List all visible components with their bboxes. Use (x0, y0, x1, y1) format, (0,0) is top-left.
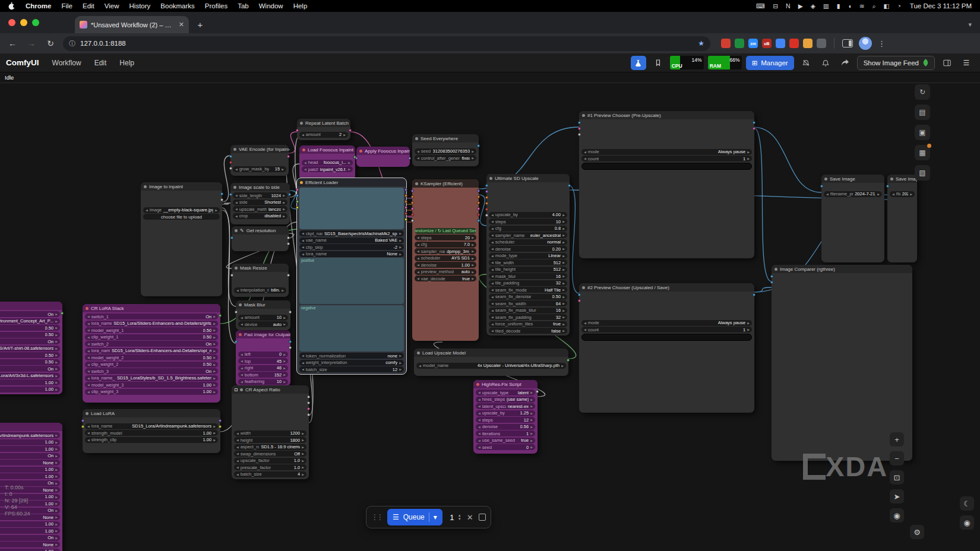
node-title-bar[interactable]: ✎Get resolution (232, 226, 289, 235)
input-slot[interactable] (578, 121, 581, 124)
decrement-icon[interactable]: ◀ (302, 232, 304, 235)
output-slot[interactable] (404, 206, 407, 209)
node-library-icon[interactable]: ▦ (915, 145, 930, 160)
input-slot[interactable] (578, 133, 581, 136)
increment-icon[interactable]: ▶ (55, 482, 58, 485)
decrement-icon[interactable]: ◀ (87, 383, 90, 387)
pointer-mode-icon[interactable]: ➤ (890, 489, 904, 504)
maximize-window-button[interactable] (32, 19, 39, 26)
decrement-icon[interactable]: ◀ (235, 194, 238, 197)
increment-icon[interactable]: ▶ (530, 404, 533, 408)
increment-icon[interactable]: ▶ (55, 353, 58, 357)
increment-icon[interactable]: ▶ (282, 289, 284, 292)
decrement-icon[interactable]: ◀ (241, 353, 243, 356)
input-slot[interactable] (355, 157, 358, 160)
ext-pdf-icon[interactable] (789, 39, 799, 48)
increment-icon[interactable]: ▶ (343, 133, 346, 137)
widget-batch_size[interactable]: ◀batch_size4▶ (234, 471, 306, 477)
widget-latent_upscaler[interactable]: ◀latent_upscalernearest-exact▶ (476, 403, 535, 409)
node-cr-lora-stack[interactable]: CR LoRA Stack◀switch_1On▶◀lora_name_1SD1… (83, 304, 220, 403)
decrement-icon[interactable]: ◀ (417, 156, 419, 160)
zoom-in-icon[interactable]: + (890, 432, 904, 446)
widget-model_weight_3[interactable]: ◀model_weight_31.00▶ (0, 379, 60, 385)
input-slot[interactable] (578, 293, 581, 296)
decrement-icon[interactable]: ◀ (302, 245, 304, 249)
input-slot[interactable] (235, 340, 238, 343)
increment-icon[interactable]: ▶ (213, 438, 216, 442)
decrement-icon[interactable]: ◀ (584, 321, 586, 325)
widget-seam_fix_padding[interactable]: ◀seam_fix_padding32▶ (489, 314, 567, 320)
node-title-bar[interactable]: Mask Resize (232, 264, 289, 272)
siri-icon[interactable]: ◔ (897, 2, 900, 10)
input-slot[interactable] (770, 281, 773, 284)
batch-count-stepper[interactable]: 1 ▲▼ (448, 513, 461, 522)
stepper-arrows-icon[interactable]: ▲▼ (458, 514, 461, 521)
decrement-icon[interactable]: ◀ (241, 359, 243, 363)
chrome-menu-icon[interactable]: ⋮ (878, 39, 886, 48)
widget-strength_model[interactable]: ◀strength_model1.00▶ (85, 430, 218, 436)
back-button[interactable]: ← (6, 39, 19, 48)
increment-icon[interactable]: ▶ (562, 233, 565, 237)
increment-icon[interactable]: ▶ (283, 207, 285, 211)
increment-icon[interactable]: ▶ (213, 431, 216, 435)
show-image-feed-button[interactable]: Show Image Feed (857, 56, 935, 70)
increment-icon[interactable]: ▶ (55, 319, 58, 323)
decrement-icon[interactable]: ◀ (491, 295, 494, 299)
decrement-icon[interactable]: ◀ (491, 240, 494, 244)
input-slot[interactable] (578, 299, 581, 302)
widget-lora_name_2[interactable]: ◀lora_name_2LyCORIS/Art/T-shirt-08.safet… (0, 346, 60, 352)
widget-seed[interactable]: ◀seed0▶ (476, 444, 535, 450)
input-slot[interactable] (230, 236, 233, 239)
decrement-icon[interactable]: ◀ (302, 239, 304, 242)
increment-icon[interactable]: ▶ (530, 418, 533, 422)
tab-search-chevron-icon[interactable]: ▾ (968, 21, 980, 33)
output-slot[interactable] (477, 201, 480, 204)
minimize-window-button[interactable] (20, 19, 27, 26)
output-slot[interactable] (307, 413, 310, 416)
increment-icon[interactable]: ▶ (55, 495, 58, 499)
menu-window[interactable]: Window (259, 2, 283, 10)
increment-icon[interactable]: ▶ (283, 316, 286, 319)
increment-icon[interactable]: ▶ (55, 474, 58, 478)
input-slot[interactable] (229, 193, 232, 196)
increment-icon[interactable]: ▶ (530, 411, 533, 415)
increment-icon[interactable]: ▶ (213, 349, 216, 353)
layout-panels-icon[interactable] (939, 56, 954, 70)
node-title-bar[interactable]: #2 Preview Chooser (Upscaled / Save) (579, 283, 754, 292)
increment-icon[interactable]: ▶ (348, 161, 350, 164)
increment-icon[interactable]: ▶ (55, 454, 58, 458)
increment-icon[interactable]: ▶ (562, 295, 565, 299)
node-load-lora[interactable]: Load LoRA◀lora_nameSD15_Lora/Artindreamp… (83, 409, 220, 453)
widget-tile_width[interactable]: ◀tile_width512▶ (489, 259, 567, 265)
forward-button[interactable]: → (25, 39, 38, 48)
widget-vae_decode[interactable]: ◀vae_decodetrue▶ (415, 276, 476, 281)
widget-sampler_name[interactable]: ◀sampler_nameeuler_ancestral▶ (489, 232, 567, 238)
increment-icon[interactable]: ▶ (55, 522, 58, 526)
widget-clip_weight_1[interactable]: ◀clip_weight_10.50▶ (0, 332, 60, 338)
increment-icon[interactable]: ▶ (55, 447, 58, 451)
search-icon[interactable]: ⌕ (872, 2, 876, 10)
output-slot[interactable] (477, 207, 480, 210)
decrement-icon[interactable]: ◀ (491, 309, 494, 312)
output-slot[interactable] (219, 314, 222, 317)
widget-height[interactable]: ◀height1800▶ (234, 437, 306, 443)
increment-icon[interactable]: ▶ (55, 509, 58, 512)
decrement-icon[interactable]: ◀ (417, 263, 419, 267)
increment-icon[interactable]: ▶ (302, 445, 304, 449)
decrement-icon[interactable]: ◀ (491, 288, 494, 292)
comfy-menu-edit[interactable]: Edit (94, 59, 107, 67)
increment-icon[interactable]: ▶ (910, 192, 912, 196)
decrement-icon[interactable]: ◀ (491, 227, 494, 230)
increment-icon[interactable]: ▶ (472, 236, 474, 239)
widget-right[interactable]: ◀right46▶ (238, 365, 288, 371)
decrement-icon[interactable]: ◀ (235, 214, 238, 218)
increment-icon[interactable]: ▶ (282, 167, 284, 171)
widget-upscale_type[interactable]: ◀upscale_typelatent▶ (476, 390, 535, 395)
increment-icon[interactable]: ▶ (283, 380, 286, 384)
queue-options-chevron-icon[interactable]: ▾ (434, 513, 437, 521)
increment-icon[interactable]: ▶ (55, 468, 58, 471)
widget-interpolation_mode[interactable]: ◀interpolation_modebilin...▶ (234, 287, 286, 293)
widget-amount[interactable]: ◀amount10▶ (238, 315, 288, 321)
decrement-icon[interactable]: ◀ (417, 249, 419, 253)
widget-mode[interactable]: ◀modeAlways pause▶ (581, 149, 752, 155)
